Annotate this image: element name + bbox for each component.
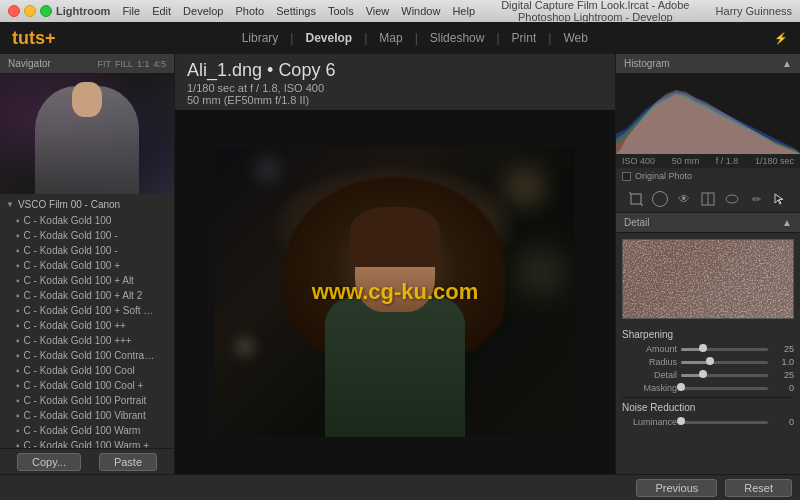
nav-img [0, 74, 174, 194]
menu-window[interactable]: Window [401, 5, 440, 17]
presets-panel: ▼ VSCO Film 00 - Canon ▪C - Kodak Gold 1… [0, 194, 174, 448]
adjustment-brush[interactable]: ✏ [747, 190, 765, 208]
navigator-label: Navigator [8, 58, 51, 69]
amount-thumb[interactable] [699, 344, 707, 352]
luminance-slider[interactable] [681, 421, 768, 424]
preset-item[interactable]: ▪C - Kodak Gold 100 Vibrant [0, 408, 174, 423]
luminance-thumb[interactable] [677, 417, 685, 425]
masking-thumb[interactable] [677, 383, 685, 391]
preset-item[interactable]: ▪C - Kodak Gold 100 + [0, 258, 174, 273]
menu-help[interactable]: Help [452, 5, 475, 17]
radius-slider[interactable] [681, 361, 768, 364]
histogram-display [616, 74, 800, 154]
preset-item[interactable]: ▪C - Kodak Gold 100 ++ [0, 318, 174, 333]
svg-marker-3 [616, 90, 800, 154]
original-checkbox[interactable] [622, 172, 631, 181]
preset-item[interactable]: ▪C - Kodak Gold 100 Cool + [0, 378, 174, 393]
crop-tool[interactable] [627, 190, 645, 208]
nav-fill[interactable]: FILL [115, 59, 133, 69]
user-name: Harry Guinness [716, 5, 792, 17]
module-develop[interactable]: Develop [295, 27, 362, 49]
menu-edit[interactable]: Edit [152, 5, 171, 17]
navigator-controls: FIT FILL 1:1 4:5 [97, 59, 166, 69]
expand-icon: ▼ [6, 200, 14, 209]
bottom-bar: Previous Reset [0, 474, 800, 500]
detail-slider[interactable] [681, 374, 768, 377]
previous-button[interactable]: Previous [636, 479, 717, 497]
preset-item[interactable]: ▪C - Kodak Gold 100 Warm + [0, 438, 174, 448]
radial-tool[interactable] [723, 190, 741, 208]
amount-value: 25 [772, 344, 794, 354]
masking-row: Masking 0 [622, 383, 794, 393]
menu-settings[interactable]: Settings [276, 5, 316, 17]
histogram-label: Histogram [624, 58, 670, 69]
module-print[interactable]: Print [502, 27, 547, 49]
module-map[interactable]: Map [369, 27, 412, 49]
detail-header[interactable]: Detail ▲ [616, 213, 800, 233]
radius-row: Radius 1.0 [622, 357, 794, 367]
menu-tools[interactable]: Tools [328, 5, 354, 17]
copy-button[interactable]: Copy... [17, 453, 81, 471]
main-photo-view[interactable]: www.cg-ku.com [175, 110, 615, 474]
histogram-header[interactable]: Histogram ▲ [616, 54, 800, 74]
svg-rect-12 [623, 240, 793, 318]
radius-thumb[interactable] [706, 357, 714, 365]
original-photo-row: Original Photo [616, 168, 800, 186]
right-panel: Histogram ▲ ISO 400 50 mm f / 1.8 1/180 … [615, 54, 800, 474]
menu-bar: File Edit Develop Photo Settings Tools V… [122, 5, 475, 17]
masking-label: Masking [622, 383, 677, 393]
hist-aperture: f / 1.8 [716, 156, 739, 166]
histogram-meta: ISO 400 50 mm f / 1.8 1/180 sec [616, 154, 800, 168]
minimize-button[interactable] [24, 5, 36, 17]
module-web[interactable]: Web [553, 27, 597, 49]
redeye-tool[interactable]: 👁 [675, 190, 693, 208]
preset-item[interactable]: ▪C - Kodak Gold 100 + Alt [0, 273, 174, 288]
nav-fit[interactable]: FIT [97, 59, 111, 69]
masking-value: 0 [772, 383, 794, 393]
detail-thumb[interactable] [699, 370, 707, 378]
preset-item[interactable]: ▪C - Kodak Gold 100 [0, 213, 174, 228]
preset-item[interactable]: ▪C - Kodak Gold 100 + Alt 2 [0, 288, 174, 303]
module-slideshow[interactable]: Slideshow [420, 27, 495, 49]
preset-item[interactable]: ▪C - Kodak Gold 100 - [0, 243, 174, 258]
nav-ratio[interactable]: 4:5 [153, 59, 166, 69]
photo-subject [265, 177, 525, 437]
hair [350, 207, 440, 267]
preset-item[interactable]: ▪C - Kodak Gold 100 Cool [0, 363, 174, 378]
spot-heal-tool[interactable] [651, 190, 669, 208]
paste-button[interactable]: Paste [99, 453, 157, 471]
svg-line-6 [641, 204, 643, 206]
preset-item[interactable]: ▪C - Kodak Gold 100 Contrast + [0, 348, 174, 363]
tuts-logo: tuts+ [12, 28, 56, 49]
svg-rect-4 [631, 194, 641, 204]
detail-label: Detail [624, 217, 650, 228]
detail-thumbnail [622, 239, 794, 319]
preset-item[interactable]: ▪C - Kodak Gold 100 Portrait [0, 393, 174, 408]
gradient-tool[interactable] [699, 190, 717, 208]
navigator-header[interactable]: Navigator FIT FILL 1:1 4:5 [0, 54, 174, 74]
close-button[interactable] [8, 5, 20, 17]
detail-thumb-svg [623, 240, 793, 318]
preset-item[interactable]: ▪C - Kodak Gold 100 + Soft Highs [0, 303, 174, 318]
luminance-row: Luminance 0 [622, 417, 794, 427]
title-bar: Lightroom File Edit Develop Photo Settin… [0, 0, 800, 22]
maximize-button[interactable] [40, 5, 52, 17]
amount-slider[interactable] [681, 348, 768, 351]
menu-photo[interactable]: Photo [235, 5, 264, 17]
nav-right-icons: ⚡ [774, 32, 788, 45]
window-title: Digital Capture Film Look.lrcat - Adobe … [481, 0, 710, 23]
cursor-tool[interactable] [771, 190, 789, 208]
cursor-icon [774, 193, 786, 205]
module-library[interactable]: Library [232, 27, 289, 49]
reset-button[interactable]: Reset [725, 479, 792, 497]
detail-slider-label: Detail [622, 370, 677, 380]
menu-file[interactable]: File [122, 5, 140, 17]
menu-view[interactable]: View [366, 5, 390, 17]
preset-item[interactable]: ▪C - Kodak Gold 100 Warm [0, 423, 174, 438]
preset-item[interactable]: ▪C - Kodak Gold 100 +++ [0, 333, 174, 348]
preset-item[interactable]: ▪C - Kodak Gold 100 - [0, 228, 174, 243]
menu-develop[interactable]: Develop [183, 5, 223, 17]
nav-1-1[interactable]: 1:1 [137, 59, 150, 69]
masking-slider[interactable] [681, 387, 768, 390]
preset-group[interactable]: ▼ VSCO Film 00 - Canon [0, 196, 174, 213]
